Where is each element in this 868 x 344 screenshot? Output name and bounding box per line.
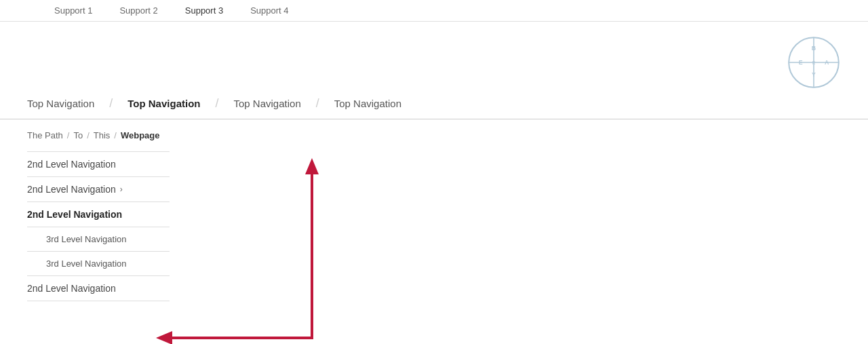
top-nav-item-1[interactable]: Top Navigation xyxy=(27,98,108,109)
utility-bar: Support 1 Support 2 Support 3 Support 4 xyxy=(0,0,868,22)
header: B A Y E R xyxy=(0,22,868,90)
breadcrumb-item-1[interactable]: The Path xyxy=(27,130,63,140)
nav-separator-1: / xyxy=(109,96,113,111)
breadcrumb-item-2[interactable]: To xyxy=(73,130,83,140)
sidebar-nav-label-3: 2nd Level Navigation xyxy=(27,209,122,220)
top-nav-item-4[interactable]: Top Navigation xyxy=(321,98,415,109)
support-link-1[interactable]: Support 1 xyxy=(54,5,92,16)
sidebar-nav-item-1[interactable]: 2nd Level Navigation xyxy=(27,151,170,177)
bayer-logo: B A Y E R xyxy=(787,35,841,90)
nav-separator-3: / xyxy=(316,96,319,111)
sidebar-nav-label-5: 3rd Level Navigation xyxy=(46,259,127,269)
support-link-4[interactable]: Support 4 xyxy=(250,5,288,16)
svg-text:R: R xyxy=(812,60,816,65)
svg-text:B: B xyxy=(812,45,816,52)
breadcrumb-current: Webpage xyxy=(121,130,160,140)
sidebar-nav-label-1: 2nd Level Navigation xyxy=(27,159,116,170)
chevron-icon-2: › xyxy=(120,185,123,194)
svg-marker-10 xyxy=(305,158,319,174)
sidebar-nav-label-2: 2nd Level Navigation xyxy=(27,184,116,195)
sidebar-nav-label-4: 3rd Level Navigation xyxy=(46,234,127,244)
top-nav-item-3[interactable]: Top Navigation xyxy=(220,98,315,109)
breadcrumb: The Path / To / This / Webpage xyxy=(0,119,868,151)
svg-text:Y: Y xyxy=(812,71,816,78)
nav-separator-2: / xyxy=(215,96,218,111)
main-content: 2nd Level Navigation 2nd Level Navigatio… xyxy=(0,151,868,301)
sidebar-nav-label-6: 2nd Level Navigation xyxy=(27,283,116,294)
breadcrumb-sep-3: / xyxy=(114,130,117,140)
svg-marker-11 xyxy=(156,331,172,344)
breadcrumb-item-3[interactable]: This xyxy=(94,130,111,140)
breadcrumb-sep-1: / xyxy=(67,130,70,140)
support-link-2[interactable]: Support 2 xyxy=(119,5,157,16)
support-link-3[interactable]: Support 3 xyxy=(185,5,223,16)
sidebar-nav-item-3[interactable]: 2nd Level Navigation xyxy=(27,202,170,227)
sidebar-nav-item-5[interactable]: 3rd Level Navigation xyxy=(27,252,170,276)
sidebar-nav-item-6[interactable]: 2nd Level Navigation xyxy=(27,276,170,301)
top-nav-item-2[interactable]: Top Navigation xyxy=(114,98,214,109)
top-navigation: Top Navigation / Top Navigation / Top Na… xyxy=(0,96,868,119)
support-links: Support 1 Support 2 Support 3 Support 4 xyxy=(54,5,289,16)
svg-text:A: A xyxy=(825,59,829,66)
breadcrumb-sep-2: / xyxy=(87,130,90,140)
svg-text:E: E xyxy=(799,59,803,66)
sidebar-navigation: 2nd Level Navigation 2nd Level Navigatio… xyxy=(27,151,170,301)
sidebar-nav-item-4[interactable]: 3rd Level Navigation xyxy=(27,227,170,252)
sidebar-nav-item-2[interactable]: 2nd Level Navigation › xyxy=(27,177,170,202)
